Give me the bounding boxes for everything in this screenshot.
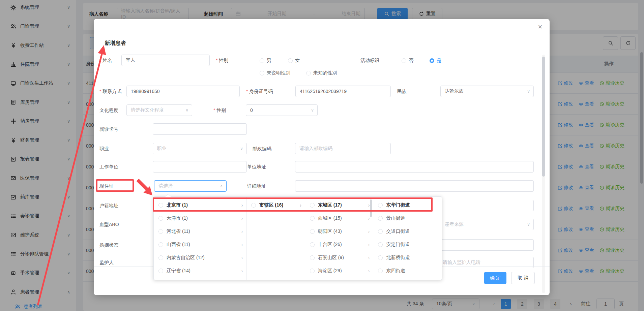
id-number-input[interactable]: 411625192602039719 [295,86,391,97]
cascader-scrollbar-thumb[interactable] [370,199,372,217]
gender-radio-unknown[interactable]: 未知的性别 [306,70,337,76]
cascader-option[interactable]: 海淀区 (29)› [305,264,373,277]
radio-icon[interactable] [158,216,163,221]
visit-card-label: 就诊卡号 [99,123,118,135]
cascader-option[interactable]: 东四街道 [373,264,442,277]
postal-code-input[interactable]: 请输入邮政编码 [295,143,391,154]
cascader-option[interactable]: 北新桥街道 [373,251,442,264]
visit-card-input[interactable] [153,123,247,135]
education-placeholder: 请选择文化程度 [131,107,164,113]
chevron-right-icon: › [368,268,370,274]
unit-address-input[interactable] [295,161,534,173]
modal-title: 新增患者 [105,40,126,47]
confirm-button[interactable]: 确 定 [484,272,506,284]
cascader-option[interactable]: 景山街道 [373,212,442,225]
radio-icon[interactable] [158,229,163,234]
contact-label: 联系方式 [99,86,121,97]
radio-icon[interactable] [251,203,256,208]
chevron-right-icon: › [241,242,243,247]
cascader-option[interactable]: 丰台区 (26)› [305,238,373,251]
current-address-cascader-select[interactable]: 请选择 ∧ [154,180,227,192]
chevron-right-icon: › [241,203,243,208]
patient-source-select[interactable]: 患者来源 ∨ [440,219,534,230]
cascader-option-label: 辽宁省 (14) [167,268,241,274]
radio-icon[interactable] [310,229,315,234]
cascader-option[interactable]: 山西省 (11)› [154,238,246,251]
cascader-option-label: 北新桥街道 [386,255,438,261]
radio-icon[interactable] [378,216,383,221]
occupation-select[interactable]: 职业 ∨ [153,143,247,154]
radio-icon[interactable] [158,269,163,273]
cancel-button[interactable]: 取 消 [511,272,535,284]
active-flag-label: 活动标识 [360,55,379,66]
cascader-option[interactable]: 安定门街道 [373,238,442,251]
gender-unstated-label: 未说明性别 [267,70,290,76]
cascader-option-label: 丰台区 (26) [318,242,368,248]
close-icon[interactable]: × [535,22,545,32]
cascader-option[interactable]: 市辖区 (16)› [246,198,305,212]
name-input[interactable]: 牢大 [121,55,210,66]
radio-icon[interactable] [310,269,315,273]
current-address-label: 现住址 [99,180,114,192]
cascader-option-label: 西城区 (15) [318,215,368,221]
active-flag-radio-no[interactable]: 否 [402,58,413,64]
chevron-right-icon: › [368,242,370,247]
cascader-option[interactable]: 东华门街道 [373,198,442,212]
radio-icon[interactable] [378,203,383,208]
radio-icon[interactable] [378,269,383,273]
active-flag-radio-yes[interactable]: 是 [430,58,441,64]
cascader-option[interactable]: 西城区 (15)› [305,212,373,225]
cascader-option[interactable]: 石景山区 (9)› [305,251,373,264]
cascader-option[interactable]: 天津市 (1)› [154,212,246,225]
active-flag-yes-label: 是 [437,58,441,64]
current-address-placeholder: 请选择 [158,183,173,189]
radio-icon[interactable] [158,255,163,260]
radio-icon[interactable] [158,203,163,208]
cascader-option[interactable]: 东城区 (17)› [305,198,373,212]
gender-radio-male[interactable]: 男 [260,58,271,64]
cascader-option[interactable]: 北京市 (1)› [154,198,246,212]
cascader-option[interactable]: 内蒙古自治区 (12)› [154,251,246,264]
radio-icon[interactable] [310,203,315,208]
education-select[interactable]: 请选择文化程度 ∨ [126,104,192,116]
name-label: 姓名 [99,55,112,66]
ethnicity-value: 达斡尔族 [445,88,464,94]
radio-icon[interactable] [310,216,315,221]
gender-male-label: 男 [267,58,271,64]
cascader-option-label: 东四街道 [386,268,438,274]
modal-header-divider [94,54,550,54]
cascader-option-label: 内蒙古自治区 (12) [167,255,241,261]
gender-code-select[interactable]: 0 ∨ [246,104,318,116]
radio-icon[interactable] [158,242,163,247]
modal-scrollbar-thumb[interactable] [542,57,545,177]
cascader-option[interactable]: 辽宁省 (14)› [154,264,246,277]
work-unit-input[interactable] [153,161,247,173]
contact-input[interactable]: 19880991650 [126,86,240,97]
radio-icon[interactable] [378,242,383,247]
gender-code-value: 0 [250,107,253,113]
radio-icon[interactable] [378,255,383,260]
marital-status-label: 婚姻状态 [99,239,118,251]
household-address-label: 户籍地址 [99,200,118,211]
cascader-option[interactable]: 河北省 (11)› [154,225,246,238]
cascader-option-label: 东华门街道 [386,202,438,208]
ethnicity-select[interactable]: 达斡尔族 ∨ [440,86,534,97]
radio-icon[interactable] [310,255,315,260]
gender-radio-female[interactable]: 女 [288,58,300,64]
active-flag-no-label: 否 [409,58,413,64]
cascader-option[interactable]: 朝阳区 (43)› [305,225,373,238]
guardian-phone-placeholder: 请输入监护人电话 [443,259,480,266]
cascader-option[interactable]: 交道口街道 [373,225,442,238]
radio-icon[interactable] [310,242,315,247]
gender-radio-unstated[interactable]: 未说明性别 [260,70,290,76]
gender-code-label: 性别 [213,104,226,116]
blood-type-label: 血型ABO [99,219,119,230]
radio-icon[interactable] [378,229,383,234]
cascader-option-label: 景山街道 [386,215,438,221]
detail-address-input[interactable] [295,180,534,192]
chevron-right-icon: › [241,268,243,274]
cascader-option-label: 河北省 (11) [167,228,241,235]
chevron-right-icon: › [368,255,370,260]
ethnicity-label: 民族 [397,86,407,97]
gender-unknown-label: 未知的性别 [313,70,337,76]
